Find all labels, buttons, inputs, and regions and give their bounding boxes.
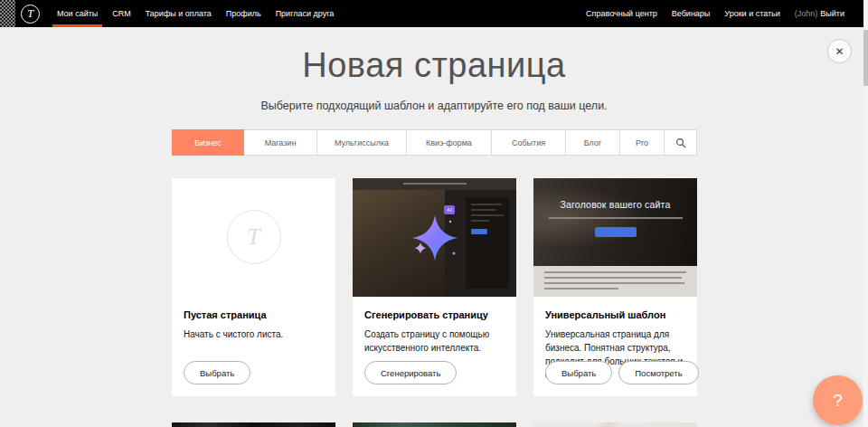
template-card-ai[interactable]: AI Сгенерировать страницу Создать страни… [353, 178, 516, 396]
ai-generate-button[interactable]: Сгенерировать [364, 361, 457, 384]
card-title: Сгенерировать страницу [364, 309, 505, 320]
nav-my-sites[interactable]: Мои сайты [50, 0, 105, 27]
nav-lessons[interactable]: Уроки и статьи [717, 0, 787, 27]
topbar: T Мои сайты CRM Тарифы и оплата Профиль … [0, 0, 863, 27]
universal-preview-subtitle-line [549, 217, 683, 219]
tab-shop[interactable]: Магазин [243, 129, 317, 156]
card-body: Сгенерировать страницу Создать страницу … [353, 297, 516, 355]
scrollbar-track[interactable] [863, 0, 868, 427]
partial-template-card-3[interactable] [533, 422, 697, 427]
question-mark-icon: ? [833, 391, 843, 411]
tab-blog[interactable]: Блог [565, 129, 620, 156]
nav-invite-friend[interactable]: Пригласи друга [269, 0, 342, 27]
tab-pro[interactable]: Pro [619, 129, 665, 156]
ai-preview-blue-button [471, 229, 487, 234]
ai-badge: AI [444, 205, 455, 214]
search-icon [675, 138, 686, 148]
scrollbar-thumb[interactable] [863, 30, 868, 86]
ai-preview: AI [353, 178, 516, 297]
partial-template-card-1[interactable] [172, 422, 335, 427]
page: T Мои сайты CRM Тарифы и оплата Профиль … [0, 0, 868, 427]
universal-preview-cta-button [595, 227, 637, 237]
card-title: Универсальный шаблон [545, 309, 685, 320]
nav-webinars[interactable]: Вебинары [665, 0, 718, 27]
ai-preview-side-panel [466, 197, 509, 289]
tilda-logo[interactable]: T [21, 5, 40, 24]
close-button[interactable]: ✕ [827, 39, 852, 63]
template-category-tabs: Бизнес Магазин Мультиссылка Квиз-форма С… [172, 129, 697, 156]
template-grid: T Пустая страница Начать с чистого листа… [172, 178, 697, 427]
card-description: Начать с чистого листа. [184, 327, 324, 341]
card-description: Создать страницу с помощью искусственног… [364, 327, 505, 355]
main-nav: Мои сайты CRM Тарифы и оплата Профиль Пр… [50, 0, 341, 27]
ai-preview-header [353, 178, 516, 190]
tab-multilink[interactable]: Мультиссылка [316, 129, 407, 156]
universal-preview-text-block [533, 266, 697, 297]
universal-select-button[interactable]: Выбрать [545, 361, 612, 384]
card-actions: Сгенерировать [364, 361, 457, 384]
universal-preview-button[interactable]: Посмотреть [618, 361, 698, 384]
tilda-watermark-icon: T [227, 210, 281, 264]
universal-preview: Заголовок вашего сайта [533, 178, 697, 297]
tab-quiz-form[interactable]: Квиз-форма [406, 129, 492, 156]
nav-help-center[interactable]: Справочный центр [579, 0, 665, 27]
page-subtitle: Выберите подходящий шаблон и адаптируйте… [0, 100, 868, 112]
universal-preview-title: Заголовок вашего сайта [533, 178, 697, 210]
card-title: Пустая страница [184, 309, 324, 320]
user-name: (John) [795, 9, 818, 18]
nav-profile[interactable]: Профиль [219, 0, 269, 27]
nav-tariffs[interactable]: Тарифы и оплата [138, 0, 219, 27]
card-actions: Выбрать Посмотреть [545, 361, 699, 384]
tab-events[interactable]: События [491, 129, 566, 156]
partial-template-card-2[interactable] [353, 422, 516, 427]
nav-crm[interactable]: CRM [105, 0, 138, 27]
tilda-logo-letter: T [27, 6, 33, 21]
card-actions: Выбрать [184, 361, 250, 384]
template-card-blank[interactable]: T Пустая страница Начать с чистого листа… [172, 178, 335, 396]
logout-label: Выйти [820, 9, 844, 18]
page-title: Новая страница [0, 46, 868, 85]
blank-page-preview: T [172, 178, 335, 297]
tab-search[interactable] [664, 129, 697, 156]
secondary-nav: Справочный центр Вебинары Уроки и статьи… [579, 0, 863, 27]
template-card-universal[interactable]: Заголовок вашего сайта Универсальный шаб… [533, 178, 697, 396]
help-button[interactable]: ? [813, 375, 863, 425]
nav-logout[interactable]: (John) Выйти [788, 0, 852, 27]
blank-select-button[interactable]: Выбрать [184, 361, 250, 384]
texture-pattern [0, 0, 15, 27]
tab-business[interactable]: Бизнес [172, 129, 244, 156]
close-icon: ✕ [835, 45, 844, 58]
ai-sparkle-icon [410, 213, 460, 263]
universal-preview-hero: Заголовок вашего сайта [533, 178, 697, 266]
card-body: Пустая страница Начать с чистого листа. [172, 297, 335, 341]
